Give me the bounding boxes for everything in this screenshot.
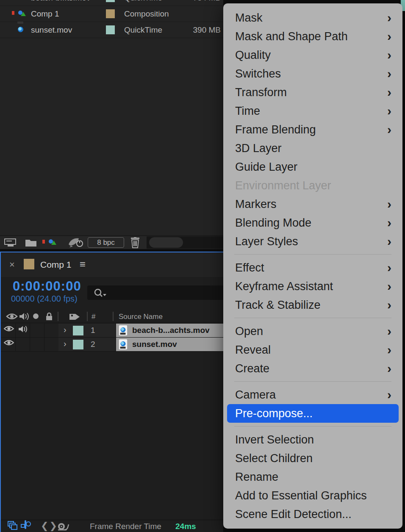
menu-item-rename[interactable]: Rename [223, 468, 402, 486]
audio-icon[interactable] [16, 324, 30, 337]
timeline-tab-comp1[interactable]: Comp 1 [40, 260, 72, 270]
menu-item-create[interactable]: Create› [223, 359, 402, 378]
menu-item-3d-layer[interactable]: 3D Layer [223, 139, 402, 158]
submenu-chevron-icon: › [387, 8, 391, 27]
menu-item-scene-edit-detection[interactable]: Scene Edit Detection... [223, 505, 402, 524]
menu-item-effect[interactable]: Effect› [223, 258, 402, 277]
frame-render-time-label: Frame Render Time [90, 522, 161, 531]
menu-item-label: Time [235, 105, 260, 117]
layer-label-swatch[interactable] [73, 326, 83, 335]
close-tab-icon[interactable]: × [9, 259, 15, 270]
current-timecode[interactable]: 0:00:00:00 [13, 279, 81, 294]
eye-icon[interactable] [2, 324, 16, 337]
render-engine-icon[interactable] [67, 237, 84, 249]
submenu-chevron-icon: › [387, 258, 391, 277]
menu-item-pre-compose[interactable]: Pre-compose... [227, 404, 399, 423]
menu-item-frame-blending[interactable]: Frame Blending› [223, 120, 402, 139]
menu-item-markers[interactable]: Markers› [223, 195, 402, 213]
project-panel: beach-b...ts.movQuickTime754 MBComp 1Com… [0, 0, 223, 249]
render-time-snail-icon[interactable] [57, 521, 69, 532]
layer-row[interactable]: ›2sunset.mov [1, 338, 223, 352]
menu-item-label: Rename [235, 471, 278, 483]
menu-item-switches[interactable]: Switches› [223, 64, 402, 83]
menu-item-select-children[interactable]: Select Children [223, 449, 402, 468]
project-item-name: sunset.mov [31, 25, 72, 35]
column-divider [58, 312, 58, 321]
label-color-swatch[interactable] [106, 9, 115, 18]
menu-item-label: Switches [235, 67, 281, 80]
solo-toggle[interactable] [31, 324, 44, 337]
layer-row[interactable]: ›1beach-b...achts.mov [1, 324, 223, 338]
menu-item-track-stabilize[interactable]: Track & Stabilize› [223, 296, 402, 314]
eye-icon[interactable] [2, 338, 16, 351]
lock-toggle[interactable] [45, 338, 59, 351]
frame-render-time-value: 24ms [175, 522, 196, 531]
in-out-brackets-icon[interactable]: ❮❯ [41, 521, 58, 532]
after-effects-window: beach-b...ts.movQuickTime754 MBComp 1Com… [0, 0, 405, 532]
menu-item-camera[interactable]: Camera› [223, 385, 402, 404]
menu-item-open[interactable]: Open› [223, 322, 402, 341]
column-divider [87, 312, 88, 321]
menu-item-guide-layer[interactable]: Guide Layer [223, 158, 402, 176]
label-color-swatch[interactable] [106, 0, 115, 2]
scrollbar-thumb[interactable] [149, 237, 183, 248]
project-horizontal-scrollbar[interactable] [147, 236, 223, 249]
interpret-footage-icon[interactable] [4, 238, 19, 249]
menu-item-quality[interactable]: Quality› [223, 46, 402, 64]
search-icon [93, 288, 108, 300]
layer-name-cell[interactable]: beach-b...achts.mov [116, 324, 223, 337]
menu-item-label: Keyframe Assistant [235, 280, 333, 293]
folder-icon[interactable] [25, 238, 38, 249]
submenu-chevron-icon: › [387, 322, 391, 341]
column-source-name[interactable]: Source Name [119, 313, 163, 321]
menu-item-add-to-essential-graphics[interactable]: Add to Essential Graphics [223, 486, 402, 505]
project-item-type: QuickTime [124, 25, 162, 35]
submenu-chevron-icon: › [387, 64, 391, 83]
menu-item-label: Quality [235, 49, 271, 61]
expand-chevron-icon[interactable]: › [64, 325, 67, 335]
submenu-chevron-icon: › [387, 232, 391, 251]
project-item-name: beach-b...ts.mov [31, 0, 90, 3]
label-tag-icon [69, 312, 81, 323]
menu-item-invert-selection[interactable]: Invert Selection [223, 430, 402, 449]
menu-item-mask[interactable]: Mask› [223, 8, 402, 27]
menu-item-blending-mode[interactable]: Blending Mode› [223, 213, 402, 232]
submenu-chevron-icon: › [387, 341, 391, 359]
menu-item-time[interactable]: Time› [223, 102, 402, 120]
menu-item-label: Environment Layer [235, 179, 331, 192]
layer-label-swatch[interactable] [73, 340, 83, 349]
menu-item-label: Track & Stabilize [235, 299, 321, 311]
layer-name-cell[interactable]: sunset.mov [116, 338, 223, 351]
solo-toggle[interactable] [31, 338, 44, 351]
panel-menu-icon[interactable]: ≡ [80, 258, 86, 270]
menu-item-layer-styles[interactable]: Layer Styles› [223, 232, 402, 251]
menu-item-transform[interactable]: Transform› [223, 83, 402, 102]
label-color-swatch[interactable] [106, 25, 115, 34]
audio-icon[interactable] [16, 338, 30, 351]
submenu-chevron-icon: › [387, 385, 391, 404]
menu-item-reveal[interactable]: Reveal› [223, 341, 402, 359]
submenu-chevron-icon: › [387, 102, 391, 120]
menu-item-keyframe-assistant[interactable]: Keyframe Assistant› [223, 277, 402, 296]
menu-item-mask-and-shape-path[interactable]: Mask and Shape Path› [223, 27, 402, 46]
transfer-controls-icon[interactable] [25, 521, 26, 529]
layer-list: ›1beach-b...achts.mov›2sunset.mov [1, 324, 223, 352]
menu-item-label: 3D Layer [235, 142, 282, 155]
submenu-chevron-icon: › [387, 296, 391, 314]
menu-item-label: Reveal [235, 344, 271, 356]
menu-item-label: Mask [235, 11, 263, 24]
submenu-chevron-icon: › [387, 27, 391, 46]
project-row[interactable]: beach-b...ts.movQuickTime754 MB [0, 0, 223, 6]
project-item-type: Composition [124, 9, 169, 19]
lock-toggle[interactable] [45, 324, 59, 337]
timeline-search-input[interactable] [87, 285, 223, 300]
layer-number: 2 [91, 340, 95, 349]
layer-number: 1 [91, 326, 95, 335]
project-row[interactable]: sunset.movQuickTime390 MB [0, 22, 223, 38]
solo-icon [33, 313, 39, 319]
menu-item-label: Effect [235, 261, 264, 274]
project-row[interactable]: Comp 1Composition [0, 6, 223, 22]
bit-depth-button[interactable]: 8 bpc [88, 237, 124, 248]
expand-chevron-icon[interactable]: › [64, 339, 67, 349]
trash-icon[interactable] [129, 237, 141, 249]
